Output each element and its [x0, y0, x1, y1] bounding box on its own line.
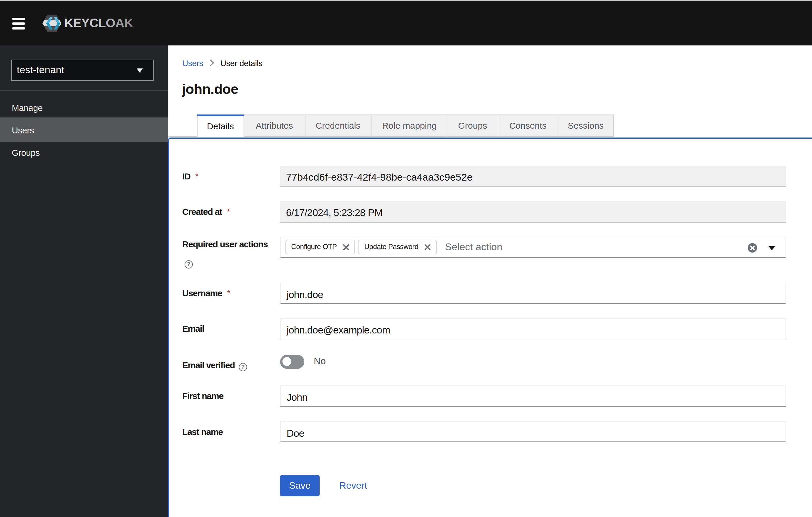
- svg-text:KEYCLOAK: KEYCLOAK: [64, 16, 133, 29]
